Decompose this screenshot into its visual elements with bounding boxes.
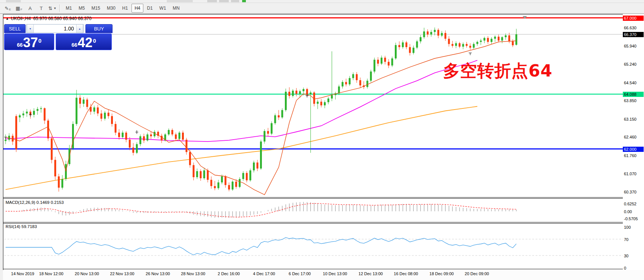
- timeframe-button-m1[interactable]: M1: [63, 4, 75, 13]
- symbol-name: UKOil-,H4: [11, 16, 31, 21]
- price-axis-label: 65.240: [624, 62, 637, 67]
- timeframe-buttons-group: M1M5M15M30H1H4D1W1MN: [62, 4, 183, 13]
- date-axis-label: 12 Dec 13:00: [358, 271, 383, 276]
- price-axis-label: 67.000: [623, 16, 644, 21]
- date-axis-label: 20 Dec 09:00: [465, 271, 489, 276]
- grid-template-icon[interactable]: ▦F: [14, 4, 24, 13]
- timeframe-button-m5[interactable]: M5: [76, 4, 88, 13]
- price-axis-label: 62.000: [623, 147, 644, 152]
- toolbar-fragment: [207, 0, 217, 2]
- buy-price-small: 66: [72, 42, 78, 48]
- rsi-indicator-label: RSI(14) 59.7183: [6, 224, 37, 229]
- macd-axis-label: 0.00: [624, 209, 632, 214]
- date-axis-label: 18 Dec 09:00: [429, 271, 453, 276]
- date-axis-label: 28 Nov 13:00: [181, 271, 205, 276]
- toolbar-separator: [59, 4, 60, 12]
- price-axis-label: 61.070: [624, 171, 637, 176]
- date-axis-label: 2 Dec 16:00: [218, 271, 240, 276]
- price-axis-label: 64.540: [624, 80, 637, 85]
- rsi-axis-label: 30: [624, 253, 628, 258]
- price-axis-label: 61.760: [624, 153, 637, 158]
- one-click-trading-panel: SELL ▼ ▲ BUY 66 37 0 66 42 0: [4, 24, 113, 50]
- date-axis-label: 10 Dec 13:00: [323, 271, 347, 276]
- price-axis-label: 66.370: [623, 32, 644, 37]
- lot-size-input[interactable]: [34, 25, 76, 33]
- lot-decrease-button[interactable]: ▼: [27, 25, 34, 33]
- toolbar-fragment: [167, 0, 193, 2]
- toolbar-fragment: [219, 0, 229, 2]
- date-axis-label: 22 Nov 13:00: [110, 271, 134, 276]
- chart-window[interactable]: ▲UKOil-,H4 65.970 66.580 65.940 66.370 S…: [3, 14, 644, 280]
- sell-price-tile[interactable]: 66 37 0: [4, 33, 54, 50]
- price-chart[interactable]: [3, 14, 644, 280]
- lot-increase-button[interactable]: ▲: [76, 25, 83, 33]
- date-axis-label: 18 Nov 12:00: [39, 271, 63, 276]
- price-axis-label: 62.460: [624, 134, 637, 140]
- date-axis-label: 20 Nov 13:00: [75, 271, 99, 276]
- buy-price-tile[interactable]: 66 42 0: [56, 33, 112, 50]
- sell-price-sup: 0: [38, 38, 41, 44]
- timeframe-button-h1[interactable]: H1: [119, 4, 131, 13]
- toolbar-fragment: [6, 0, 21, 2]
- buy-price-sup: 0: [93, 38, 96, 44]
- ohlc-values: 65.970 66.580 65.940 66.370: [33, 16, 92, 21]
- price-axis-label: 64.088: [623, 92, 644, 97]
- price-axis-label: 60.370: [624, 189, 637, 195]
- rsi-axis-label: 70: [624, 237, 628, 242]
- macd-axis-label: 0.6252: [624, 201, 637, 206]
- collapse-triangle-icon[interactable]: ▲: [6, 17, 9, 20]
- chart-toolbar: ✎E▦FAT⇅▼ M1M5M15M30H1H4D1W1MN: [0, 3, 644, 14]
- timeframe-button-mn[interactable]: MN: [170, 4, 183, 13]
- timeframe-button-w1[interactable]: W1: [156, 4, 169, 13]
- date-axis-label: 14 Nov 2019: [11, 271, 34, 276]
- macd-indicator-label: MACD(12,26,9) 0.1469 0.2153: [6, 200, 64, 205]
- toolbar-fragment: [231, 0, 239, 2]
- drawing-tools-group: ✎E▦FAT⇅▼: [0, 4, 58, 13]
- chart-title: ▲UKOil-,H4 65.970 66.580 65.940 66.370: [6, 16, 91, 21]
- sell-price-small: 66: [17, 42, 23, 48]
- timeframe-button-m30[interactable]: M30: [104, 4, 118, 13]
- chart-profile-icon: [242, 0, 246, 2]
- timeframe-button-d1[interactable]: D1: [144, 4, 156, 13]
- text-label-icon[interactable]: A: [25, 4, 35, 13]
- sell-button[interactable]: SELL: [4, 24, 26, 33]
- timeframe-button-h4[interactable]: H4: [131, 4, 143, 13]
- price-axis[interactable]: 67.00066.63066.37065.94065.24064.54064.0…: [623, 14, 644, 270]
- text-box-icon[interactable]: T: [36, 4, 46, 13]
- macd-axis-label: -0.5705: [624, 216, 638, 221]
- lot-size-stepper: ▼ ▲: [26, 24, 84, 33]
- date-axis-label: 6 Dec 17:00: [289, 271, 310, 276]
- date-axis-label: 16 Dec 08:00: [394, 271, 418, 276]
- arrange-arrows-icon[interactable]: ⇅▼: [47, 4, 58, 13]
- mt4-terminal: ✎E▦FAT⇅▼ M1M5M15M30H1H4D1W1MN ▲UKOil-,H4…: [0, 0, 644, 280]
- price-axis-label: 66.630: [624, 25, 637, 30]
- buy-button[interactable]: BUY: [85, 24, 113, 33]
- price-axis-label: 63.850: [624, 98, 637, 103]
- price-axis-label: 63.150: [624, 117, 637, 122]
- draw-indicator-icon[interactable]: ✎E: [3, 4, 13, 13]
- chart-annotation-text: 多空转折点64: [443, 60, 553, 82]
- cutoff-toolbar-row: [0, 0, 644, 3]
- date-axis[interactable]: 14 Nov 201918 Nov 12:0020 Nov 13:0022 No…: [3, 270, 644, 280]
- price-axis-label: 65.940: [624, 43, 637, 49]
- date-axis-label: 4 Dec 17:00: [253, 271, 275, 276]
- timeframe-button-m15[interactable]: M15: [88, 4, 103, 13]
- date-axis-label: 26 Nov 13:00: [146, 271, 170, 276]
- rsi-axis-label: 100: [624, 225, 631, 230]
- buy-price-big: 42: [78, 36, 92, 49]
- sell-price-big: 37: [23, 36, 38, 49]
